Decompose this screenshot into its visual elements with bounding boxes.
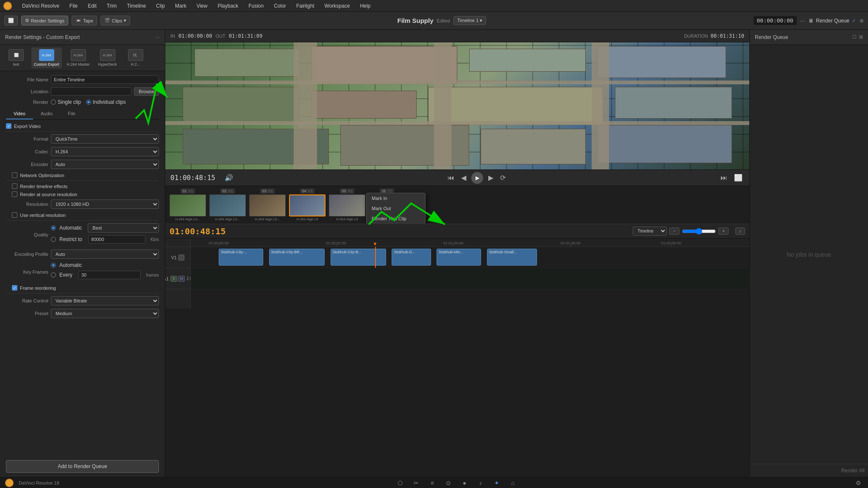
tl-clip-2[interactable]: Stokhub-City-B... [331,249,387,266]
menu-mark[interactable]: Mark [173,2,188,10]
a1-m-btn[interactable]: M [178,276,185,282]
menu-davinci[interactable]: DaVinci Resolve [20,2,61,10]
render-queue-btn[interactable]: 🖥 Render Queue ✓ [808,18,856,24]
tab-file[interactable]: File [60,108,83,119]
tl-clip-1[interactable]: Stokhub-City-BR... [269,249,325,266]
context-mark-in[interactable]: Mark In [367,193,425,203]
quality-auto-radio[interactable] [51,225,56,230]
tape-btn[interactable]: 📼 Tape [72,16,97,25]
rq-expand-btn[interactable]: ⊞ [859,34,863,40]
nav-deliver[interactable]: ✦ [492,478,501,488]
encoder-select[interactable]: Auto [51,160,159,169]
network-opt-checkbox[interactable] [12,172,17,178]
tab-video[interactable]: Video [6,108,33,119]
timecode-more-btn[interactable]: ··· [800,17,805,24]
format-select[interactable]: QuickTime [51,134,159,144]
clip-thumb-05[interactable]: 05V1 H.264 High L5 Mark In Mark Out Rend… [328,189,366,221]
volume-btn[interactable]: 🔊 [223,172,235,183]
tl-clip-3[interactable]: Stokhub-D... [392,249,431,266]
audio-btn[interactable]: ♪ [735,227,745,235]
nav-media-pool[interactable]: ⬡ [395,478,405,488]
timeline-selector[interactable]: Timeline 1 ▾ [453,16,486,25]
nav-edit[interactable]: ≡ [428,478,437,488]
menu-view[interactable]: View [195,2,209,10]
key-frames-value-input[interactable] [78,271,141,279]
export-video-checkbox[interactable] [6,123,11,129]
codec-select[interactable]: H.264 [51,147,159,156]
file-name-input[interactable] [51,75,159,84]
preset-hyperdeck[interactable]: H.264 HyperDeck [95,47,120,68]
clip-thumb-03[interactable]: 03V1 H.264 High LS... [248,189,287,221]
key-frames-auto-radio[interactable] [51,263,56,268]
menu-color[interactable]: Color [272,2,288,10]
menu-edit[interactable]: Edit [86,2,98,10]
preset-test[interactable]: ⬜ test [3,47,29,68]
menu-clip[interactable]: Clip [154,2,167,10]
nav-cut[interactable]: ✂ [412,478,421,488]
quality-restrict-radio[interactable] [51,237,56,242]
mark-in-out-btn[interactable]: ⟳ [498,172,507,183]
nav-fairlight[interactable]: ♪ [476,478,485,488]
rate-control-select[interactable]: Variable Bitrate [51,296,159,305]
menu-help[interactable]: Help [358,2,372,10]
menu-playback[interactable]: Playback [216,2,240,10]
preset-h2[interactable]: H. H.2... [123,47,148,68]
timeline-minus-btn[interactable]: − [669,227,679,235]
menu-trim[interactable]: Trim [105,2,119,10]
tl-clip-5[interactable]: Stokhub-Small... [487,249,537,266]
play-button[interactable]: ▶ [471,172,483,184]
render-all-button[interactable]: Render All [841,468,865,474]
render-timeline-effects-checkbox[interactable] [12,183,17,189]
single-clip-option[interactable]: Single clip [51,99,81,105]
menu-file[interactable]: File [68,2,79,10]
add-render-queue-button[interactable]: Add to Render Queue [6,460,159,473]
prev-frame-btn[interactable]: ◀ [459,172,468,183]
individual-clips-radio[interactable] [86,100,91,105]
a1-s-btn[interactable]: S [170,276,177,282]
resolution-select[interactable]: 1920 x 1080 HD [51,200,159,209]
timeline-zoom-slider[interactable] [682,228,716,235]
clip-thumb-02[interactable]: 02V1 H.264 High LS... [209,189,247,221]
preset-h264-master[interactable]: H.264 H.264 Master [64,47,92,68]
monitor-btn[interactable]: ⬜ [4,16,18,25]
preset-select[interactable]: Medium [51,309,159,318]
nav-settings[interactable]: ⚙ [854,478,863,488]
clip-thumb-01[interactable]: 01V1 H.264 High LS... [169,189,207,221]
menu-fusion[interactable]: Fusion [247,2,265,10]
frame-reordering-checkbox[interactable] [12,285,17,291]
rq-checkbox-btn[interactable]: ☐ [852,34,857,40]
quality-best-select[interactable]: Best [88,223,159,233]
viewer-area[interactable] [165,42,749,169]
full-screen-btn[interactable]: ⬜ [732,172,744,183]
nav-home[interactable]: ⌂ [508,478,517,488]
tl-clip-0[interactable]: Stokhub-City-... [219,249,263,266]
timeline-view-select[interactable]: Timeline [633,227,667,236]
nav-color[interactable]: ● [460,478,469,488]
next-frame-btn[interactable]: ▶ [487,172,495,183]
context-render-clip[interactable]: Render This Clip [367,214,425,224]
toolbar-more-btn[interactable]: ⊕ [860,18,864,24]
browse-button[interactable]: Browse [134,87,159,96]
use-vertical-checkbox[interactable] [12,212,17,218]
encoding-profile-select[interactable]: Auto [51,250,159,259]
quality-restrict-input[interactable] [88,235,145,244]
individual-clips-option[interactable]: Individual clips [86,99,126,105]
timeline-plus-btn[interactable]: + [718,227,729,235]
clip-thumb-04[interactable]: 04V1 H.264 High L5 [288,189,326,221]
preset-custom-export[interactable]: H.264 Custom Export [31,47,62,68]
menu-fairlight[interactable]: Fairlight [295,2,316,10]
render-source-res-checkbox[interactable] [12,191,17,197]
menu-workspace[interactable]: Workspace [323,2,352,10]
render-settings-btn[interactable]: ⚙ Render Settings [21,16,68,25]
skip-to-start-btn[interactable]: ⏮ [446,172,456,183]
skip-to-end-btn[interactable]: ⏭ [719,172,729,183]
tab-audio[interactable]: Audio [33,108,60,119]
nav-fusion[interactable]: ⊙ [444,478,453,488]
location-input[interactable] [51,87,131,96]
context-mark-out[interactable]: Mark Out [367,203,425,214]
key-frames-every-radio[interactable] [51,272,56,277]
menu-timeline[interactable]: Timeline [125,2,147,10]
clips-btn[interactable]: 🎬 Clips ▾ [100,16,130,25]
single-clip-radio[interactable] [51,100,56,105]
tl-clip-4[interactable]: Stokhub-Min... [437,249,481,266]
